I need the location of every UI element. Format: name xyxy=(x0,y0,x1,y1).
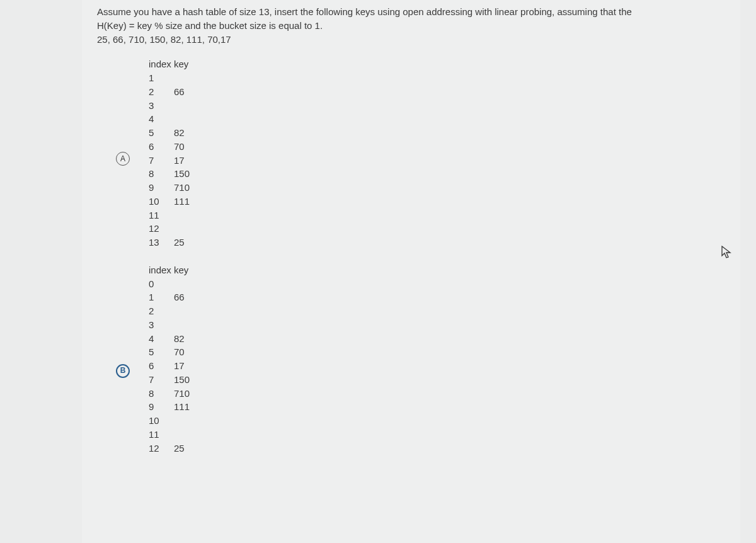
cell-key: 150 xyxy=(174,373,199,387)
table-row: 9111 xyxy=(149,400,199,414)
table-row: 266 xyxy=(149,85,199,99)
table-row: 10111 xyxy=(149,195,199,209)
cell-index: 9 xyxy=(149,400,174,414)
cell-index: 12 xyxy=(149,222,174,236)
table-row: 570 xyxy=(149,345,199,359)
cell-index: 0 xyxy=(149,277,174,291)
cell-key: 25 xyxy=(174,236,199,249)
cell-index: 3 xyxy=(149,318,174,332)
table-row: 1225 xyxy=(149,442,199,455)
option-marker-wrap: A xyxy=(116,57,130,166)
table-header: index key xyxy=(149,57,199,71)
cell-index: 11 xyxy=(149,428,174,442)
table-row: 10 xyxy=(149,414,199,428)
cell-index: 10 xyxy=(149,195,174,209)
table-row: 8150 xyxy=(149,167,199,181)
cell-index: 10 xyxy=(149,414,174,428)
cell-index: 5 xyxy=(149,345,174,359)
cell-key: 17 xyxy=(174,359,199,373)
cell-key: 111 xyxy=(174,195,199,209)
table-row: 11 xyxy=(149,428,199,442)
table-row: 617 xyxy=(149,359,199,373)
cell-key xyxy=(174,318,199,332)
question-line-3: 25, 66, 710, 150, 82, 111, 70,17 xyxy=(97,33,725,47)
option-a-marker[interactable]: A xyxy=(116,152,130,166)
cell-key: 66 xyxy=(174,290,199,304)
cell-key: 25 xyxy=(174,442,199,455)
cell-key xyxy=(174,99,199,113)
question-line-1: Assume you have a hash table of size 13,… xyxy=(97,5,725,19)
table-row: 1 xyxy=(149,71,199,85)
question-page: Assume you have a hash table of size 13,… xyxy=(82,0,740,543)
table-row: 670 xyxy=(149,140,199,154)
cell-index: 7 xyxy=(149,154,174,168)
table-row: 2 xyxy=(149,304,199,318)
header-key: key xyxy=(174,57,199,71)
cell-key: 17 xyxy=(174,154,199,168)
cell-key xyxy=(174,428,199,442)
cell-key xyxy=(174,71,199,85)
table-row: 1325 xyxy=(149,236,199,249)
cell-key: 70 xyxy=(174,345,199,359)
table-row: 0 xyxy=(149,277,199,291)
cell-key: 70 xyxy=(174,140,199,154)
table-row: 8710 xyxy=(149,387,199,401)
table-row: 12 xyxy=(149,222,199,236)
question-text: Assume you have a hash table of size 13,… xyxy=(97,5,725,46)
cell-key: 150 xyxy=(174,167,199,181)
header-key: key xyxy=(174,263,199,277)
cell-index: 1 xyxy=(149,290,174,304)
option-b-marker[interactable]: B xyxy=(116,364,130,378)
header-index: index xyxy=(149,263,174,277)
cell-key: 66 xyxy=(174,85,199,99)
cell-index: 2 xyxy=(149,304,174,318)
cell-index: 3 xyxy=(149,99,174,113)
cell-index: 5 xyxy=(149,126,174,140)
cell-key xyxy=(174,222,199,236)
option-b-table: index key 016623482570617715087109111101… xyxy=(149,263,199,455)
cell-key: 82 xyxy=(174,126,199,140)
cell-index: 9 xyxy=(149,181,174,195)
question-line-2: H(Key) = key % size and the bucket size … xyxy=(97,19,725,33)
cell-index: 8 xyxy=(149,387,174,401)
cell-key xyxy=(174,414,199,428)
cell-index: 11 xyxy=(149,209,174,222)
header-index: index xyxy=(149,57,174,71)
table-row: 166 xyxy=(149,290,199,304)
table-row: 4 xyxy=(149,112,199,126)
cell-index: 13 xyxy=(149,236,174,249)
option-a-table: index key 12663458267071781509 710101111… xyxy=(149,57,199,249)
cell-key: 710 xyxy=(174,181,199,195)
cell-index: 12 xyxy=(149,442,174,455)
cell-index: 4 xyxy=(149,332,174,346)
cell-key xyxy=(174,277,199,291)
cell-index: 2 xyxy=(149,85,174,99)
table-row: 482 xyxy=(149,332,199,346)
cursor-icon xyxy=(721,246,733,265)
option-marker-wrap: B xyxy=(116,263,130,378)
cell-index: 6 xyxy=(149,140,174,154)
cell-key: 710 xyxy=(174,387,199,401)
cell-index: 7 xyxy=(149,373,174,387)
cell-key xyxy=(174,304,199,318)
cell-index: 6 xyxy=(149,359,174,373)
cell-key: 111 xyxy=(174,400,199,414)
option-a[interactable]: A index key 12663458267071781509 7101011… xyxy=(116,57,725,249)
table-row: 7150 xyxy=(149,373,199,387)
cell-key xyxy=(174,112,199,126)
cell-key: 82 xyxy=(174,332,199,346)
cell-index: 1 xyxy=(149,71,174,85)
table-row: 3 xyxy=(149,318,199,332)
table-row: 11 xyxy=(149,209,199,222)
cell-index: 8 xyxy=(149,167,174,181)
cell-index: 4 xyxy=(149,112,174,126)
table-row: 9 710 xyxy=(149,181,199,195)
cell-key xyxy=(174,209,199,222)
option-b[interactable]: B index key 0166234825706177150871091111… xyxy=(116,263,725,455)
table-header: index key xyxy=(149,263,199,277)
table-row: 3 xyxy=(149,99,199,113)
table-row: 582 xyxy=(149,126,199,140)
table-row: 717 xyxy=(149,154,199,168)
